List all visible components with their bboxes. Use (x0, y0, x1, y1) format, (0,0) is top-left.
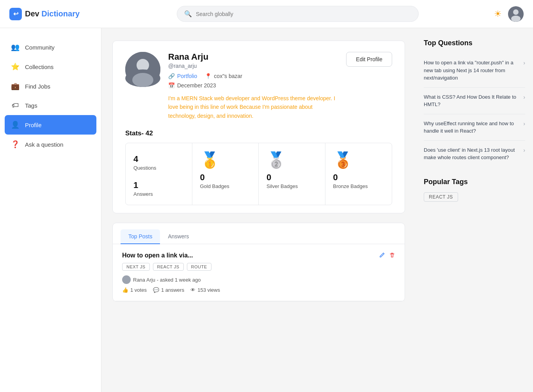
stat-gold: 🥇 0 Gold Badges (192, 143, 259, 205)
profile-info: Rana Arju @rana_arju 🔗 Portfolio 📍 cox"s… (168, 52, 338, 120)
post-delete-button[interactable] (389, 252, 395, 260)
post-views: 👁 153 views (190, 287, 220, 293)
comment-icon: 💬 (153, 287, 159, 293)
stats-title: Stats- 42 (125, 129, 392, 137)
sidebar-item-label: Profile (25, 122, 42, 128)
post-author-avatar (122, 275, 131, 284)
sidebar-item-label: Find Jobs (25, 83, 50, 90)
user-avatar[interactable] (508, 6, 524, 22)
profile-meta: 🔗 Portfolio 📍 cox"s bazar (168, 73, 338, 79)
ask-question-icon: ❓ (11, 140, 20, 149)
sidebar-item-ask-question[interactable]: ❓ Ask a question (0, 135, 101, 154)
stat-silver: 🥈 0 Silver Badges (259, 143, 325, 205)
profile-bio: I'm a MERN Stack web developer and WordP… (168, 94, 338, 120)
profile-avatar (125, 52, 160, 87)
main-layout: 👥 Community ⭐ Collections 💼 Find Jobs 🏷 … (0, 28, 533, 392)
post-tag-route[interactable]: ROUTE (187, 263, 211, 271)
post-title[interactable]: How to open a link via... (122, 252, 193, 259)
bronze-label: Bronze Badges (333, 183, 384, 189)
question-text-3: Does 'use client' in Next.js 13 root lay… (424, 146, 523, 161)
silver-label: Silver Badges (266, 183, 317, 189)
edit-profile-button[interactable]: Edit Profile (346, 52, 392, 67)
stats-grid: 4 Questions 1 Answers 🥇 0 Gold Badges 🥈 … (125, 143, 392, 205)
tab-top-posts[interactable]: Top Posts (121, 229, 160, 244)
search-icon: 🔍 (184, 10, 192, 18)
gold-medal-icon: 🥇 (200, 151, 251, 169)
right-panel: Top Questions How to open a link via "ro… (416, 28, 533, 392)
questions-label: Questions (133, 165, 184, 171)
bronze-medal-icon: 🥉 (333, 151, 384, 169)
main-content: Rana Arju @rana_arju 🔗 Portfolio 📍 cox"s… (101, 28, 416, 392)
theme-toggle-icon[interactable]: ☀ (494, 9, 502, 19)
profile-header: Rana Arju @rana_arju 🔗 Portfolio 📍 cox"s… (125, 52, 392, 120)
search-bar[interactable]: 🔍 (177, 6, 419, 22)
post-actions (379, 252, 395, 260)
profile-location: 📍 cox"s bazar (205, 73, 242, 79)
post-item: How to open a link via... (113, 244, 405, 301)
sidebar-item-label: Collections (25, 64, 53, 70)
eye-icon: 👁 (190, 287, 195, 293)
profile-card: Rana Arju @rana_arju 🔗 Portfolio 📍 cox"s… (112, 41, 405, 213)
svg-point-2 (511, 16, 521, 22)
calendar-icon: 📅 (168, 82, 175, 89)
post-answers: 💬 1 answers (153, 287, 184, 293)
post-tag-reactjs[interactable]: REACT JS (153, 263, 184, 271)
questions-count: 4 (133, 154, 184, 164)
sidebar-item-profile[interactable]: 👤 Profile (5, 115, 96, 135)
question-text-2: Why useEffect running twice and how to h… (424, 120, 523, 135)
tabs-header: Top Posts Answers (113, 223, 405, 244)
post-author: Rana Arju - asked 1 week ago (133, 277, 201, 283)
tab-answers[interactable]: Answers (160, 229, 197, 244)
sidebar-item-label: Community (25, 44, 55, 51)
find-jobs-icon: 💼 (11, 82, 20, 90)
header: ↩ Dev Dictionary 🔍 ☀ (0, 0, 533, 28)
silver-medal-icon: 🥈 (266, 151, 317, 169)
logo-text: Dev Dictionary (25, 9, 80, 18)
profile-icon: 👤 (11, 121, 20, 129)
post-tag-nextjs[interactable]: NEXT JS (122, 263, 150, 271)
popular-tags-title: Popular Tags (424, 178, 525, 186)
profile-portfolio[interactable]: 🔗 Portfolio (168, 73, 197, 79)
profile-username: @rana_arju (168, 63, 338, 69)
gold-count: 0 (200, 172, 251, 183)
sidebar-item-find-jobs[interactable]: 💼 Find Jobs (0, 76, 101, 96)
community-icon: 👥 (11, 43, 20, 51)
tags-icon: 🏷 (11, 101, 20, 110)
post-edit-button[interactable] (379, 252, 385, 260)
thumbs-up-icon: 👍 (122, 287, 128, 293)
answers-label: Answers (133, 191, 184, 197)
sidebar-item-collections[interactable]: ⭐ Collections (0, 57, 101, 76)
sidebar-item-community[interactable]: 👥 Community (0, 37, 101, 57)
location-icon: 📍 (205, 73, 211, 79)
svg-point-7 (132, 73, 153, 87)
answers-count: 1 (133, 180, 184, 190)
profile-joined-date: 📅 December 2023 (168, 82, 338, 89)
sidebar-item-tags[interactable]: 🏷 Tags (0, 96, 101, 115)
profile-name: Rana Arju (168, 52, 338, 62)
question-item-0[interactable]: How to open a link via "router.push" in … (424, 53, 525, 88)
post-tags: NEXT JS REACT JS ROUTE (122, 263, 395, 271)
gold-label: Gold Badges (200, 183, 251, 189)
chevron-right-icon-3: › (523, 147, 525, 153)
question-item-1[interactable]: What is CSS? And How Does It Relate to H… (424, 88, 525, 114)
stat-questions: 4 Questions 1 Answers (126, 143, 192, 205)
sidebar-item-label: Tags (25, 102, 37, 109)
link-icon: 🔗 (168, 73, 175, 79)
logo-icon: ↩ (9, 8, 22, 20)
post-footer: Rana Arju - asked 1 week ago (122, 275, 395, 284)
chevron-right-icon-0: › (523, 60, 525, 66)
logo[interactable]: ↩ Dev Dictionary (9, 8, 111, 20)
chevron-right-icon-2: › (523, 121, 525, 127)
question-text-1: What is CSS? And How Does It Relate to H… (424, 93, 523, 108)
bronze-count: 0 (333, 172, 384, 183)
post-stats: 👍 1 votes 💬 1 answers 👁 153 views (122, 287, 395, 293)
popular-tag-reactjs[interactable]: REACT JS (424, 192, 458, 202)
top-questions-section: Top Questions How to open a link via "ro… (424, 39, 525, 167)
post-votes: 👍 1 votes (122, 287, 147, 293)
collections-icon: ⭐ (11, 62, 20, 71)
search-input[interactable] (196, 11, 411, 17)
svg-point-1 (513, 9, 519, 15)
question-item-3[interactable]: Does 'use client' in Next.js 13 root lay… (424, 141, 525, 167)
question-text-0: How to open a link via "router.push" in … (424, 59, 523, 82)
question-item-2[interactable]: Why useEffect running twice and how to h… (424, 114, 525, 141)
